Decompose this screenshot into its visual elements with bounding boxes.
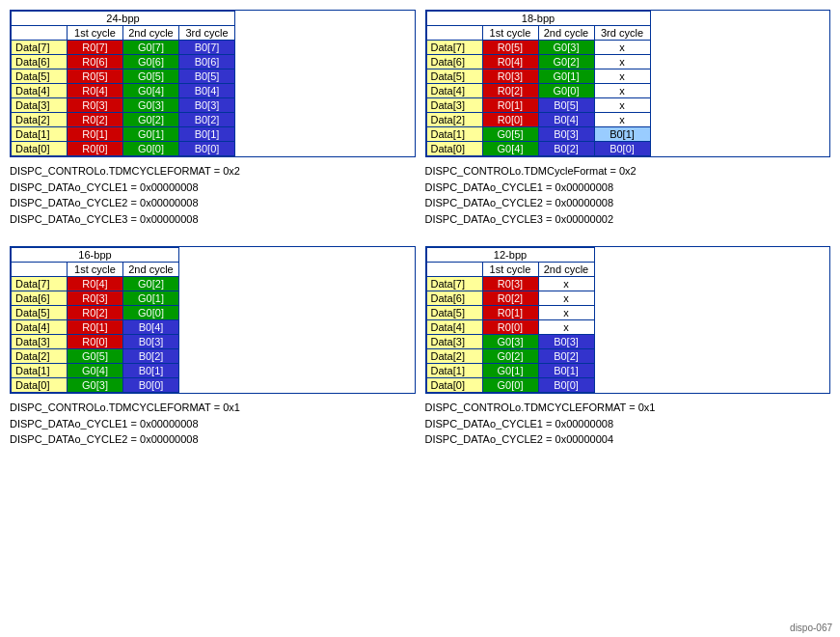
data-cell: x — [594, 41, 650, 55]
row-label: Data[7] — [12, 41, 68, 55]
code-block-18bpp: DISPC_CONTROLo.TDMCycleFormat = 0x2DISPC… — [425, 163, 831, 227]
data-cell: G0[4] — [123, 84, 179, 98]
code-line: DISPC_DATAo_CYCLE3 = 0x00000002 — [425, 211, 831, 228]
row-label: Data[3] — [426, 98, 482, 113]
row-label: Data[3] — [12, 98, 68, 113]
row-label: Data[4] — [426, 320, 482, 335]
code-block-16bpp: DISPC_CONTROLo.TDMCYCLEFORMAT = 0x1DISPC… — [10, 400, 416, 448]
data-cell: G0[0] — [123, 306, 179, 320]
row-label: Data[6] — [12, 291, 68, 306]
table-row: Data[0]G0[0]B0[0] — [426, 378, 594, 393]
code-line: DISPC_DATAo_CYCLE2 = 0x00000008 — [10, 431, 416, 448]
table-row: Data[4]R0[4]G0[4]B0[4] — [12, 84, 235, 98]
data-cell: B0[2] — [538, 349, 594, 364]
table-title-12bpp: 12-bpp — [426, 248, 594, 263]
data-cell: x — [538, 291, 594, 306]
data-cell: R0[1] — [68, 127, 123, 142]
row-label: Data[5] — [12, 306, 68, 320]
data-cell: G0[3] — [123, 98, 179, 113]
code-block-12bpp: DISPC_CONTROLo.TDMCYCLEFORMAT = 0x1DISPC… — [425, 400, 831, 448]
col-header-0: 1st cycle — [482, 263, 538, 277]
data-cell: B0[2] — [123, 349, 179, 364]
table-row: Data[2]R0[0]B0[4]x — [426, 113, 650, 127]
col-header-1: 2nd cycle — [123, 26, 179, 41]
code-line: DISPC_CONTROLo.TDMCYCLEFORMAT = 0x1 — [10, 400, 416, 416]
table-row: Data[5]R0[3]G0[1]x — [426, 69, 650, 84]
data-cell: R0[3] — [482, 69, 538, 84]
data-cell: G0[2] — [538, 55, 594, 69]
row-label: Data[2] — [426, 113, 482, 127]
table-row: Data[6]R0[3]G0[1] — [12, 291, 179, 306]
col-header-0: 1st cycle — [68, 26, 123, 41]
code-line: DISPC_DATAo_CYCLE2 = 0x00000008 — [10, 195, 416, 211]
empty-header — [12, 263, 68, 277]
table-wrapper-18bpp: 18-bpp1st cycle2nd cycle3rd cycleData[7]… — [425, 10, 831, 157]
data-cell: B0[0] — [538, 378, 594, 393]
data-cell: R0[4] — [68, 277, 123, 291]
data-cell: x — [538, 320, 594, 335]
data-cell: x — [594, 84, 650, 98]
code-line: DISPC_DATAo_CYCLE3 = 0x00000008 — [10, 211, 416, 228]
code-line: DISPC_CONTROLo.TDMCYCLEFORMAT = 0x2 — [10, 163, 416, 180]
data-cell: G0[3] — [482, 335, 538, 349]
table-row: Data[3]R0[3]G0[3]B0[3] — [12, 98, 235, 113]
data-cell: G0[1] — [482, 364, 538, 378]
data-cell: B0[0] — [594, 142, 650, 156]
data-cell: R0[1] — [482, 98, 538, 113]
data-cell: B0[3] — [123, 335, 179, 349]
table-row: Data[2]R0[2]G0[2]B0[2] — [12, 113, 235, 127]
data-cell: G0[0] — [482, 378, 538, 393]
row-label: Data[1] — [12, 127, 68, 142]
table-title-18bpp: 18-bpp — [426, 12, 650, 26]
table-row: Data[7]R0[5]G0[3]x — [426, 41, 650, 55]
row-label: Data[4] — [426, 84, 482, 98]
data-cell: R0[3] — [68, 98, 123, 113]
table-24bpp: 24-bpp1st cycle2nd cycle3rd cycleData[7]… — [11, 11, 235, 156]
col-header-2: 3rd cycle — [594, 26, 650, 41]
data-cell: B0[1] — [179, 127, 235, 142]
row-label: Data[0] — [426, 142, 482, 156]
table-row: Data[0]G0[4]B0[2]B0[0] — [426, 142, 650, 156]
section-18bpp: 18-bpp1st cycle2nd cycle3rd cycleData[7]… — [425, 10, 831, 227]
row-label: Data[1] — [426, 127, 482, 142]
empty-header — [12, 26, 68, 41]
data-cell: R0[1] — [68, 320, 123, 335]
data-cell: R0[5] — [482, 41, 538, 55]
row-label: Data[0] — [12, 378, 68, 393]
data-cell: G0[5] — [68, 349, 123, 364]
section-24bpp: 24-bpp1st cycle2nd cycle3rd cycleData[7]… — [10, 10, 416, 227]
code-line: DISPC_DATAo_CYCLE1 = 0x00000008 — [10, 180, 416, 196]
table-row: Data[7]R0[3]x — [426, 277, 594, 291]
data-cell: R0[6] — [68, 55, 123, 69]
data-cell: G0[4] — [482, 142, 538, 156]
table-row: Data[5]R0[5]G0[5]B0[5] — [12, 69, 235, 84]
data-cell: G0[3] — [68, 378, 123, 393]
table-16bpp: 16-bpp1st cycle2nd cycleData[7]R0[4]G0[2… — [11, 247, 179, 393]
data-cell: G0[0] — [123, 142, 179, 156]
row-label: Data[7] — [12, 277, 68, 291]
data-cell: R0[4] — [482, 55, 538, 69]
data-cell: R0[0] — [68, 142, 123, 156]
data-cell: G0[1] — [123, 291, 179, 306]
col-header-0: 1st cycle — [482, 26, 538, 41]
data-cell: B0[5] — [538, 98, 594, 113]
table-row: Data[6]R0[4]G0[2]x — [426, 55, 650, 69]
data-cell: R0[2] — [68, 113, 123, 127]
data-cell: R0[7] — [68, 41, 123, 55]
data-cell: B0[2] — [538, 142, 594, 156]
code-line: DISPC_CONTROLo.TDMCycleFormat = 0x2 — [425, 163, 831, 180]
row-label: Data[5] — [426, 306, 482, 320]
table-wrapper-24bpp: 24-bpp1st cycle2nd cycle3rd cycleData[7]… — [10, 10, 416, 157]
table-title-24bpp: 24-bpp — [12, 12, 235, 26]
table-row: Data[1]R0[1]G0[1]B0[1] — [12, 127, 235, 142]
page-container: 24-bpp1st cycle2nd cycle3rd cycleData[7]… — [0, 0, 840, 457]
table-row: Data[4]R0[0]x — [426, 320, 594, 335]
row-label: Data[4] — [12, 84, 68, 98]
data-cell: G0[5] — [123, 69, 179, 84]
row-label: Data[5] — [426, 69, 482, 84]
row-label: Data[2] — [426, 349, 482, 364]
data-cell: B0[5] — [179, 69, 235, 84]
data-cell: R0[0] — [482, 113, 538, 127]
data-cell: G0[0] — [538, 84, 594, 98]
section-12bpp: 12-bpp1st cycle2nd cycleData[7]R0[3]xDat… — [425, 246, 831, 448]
